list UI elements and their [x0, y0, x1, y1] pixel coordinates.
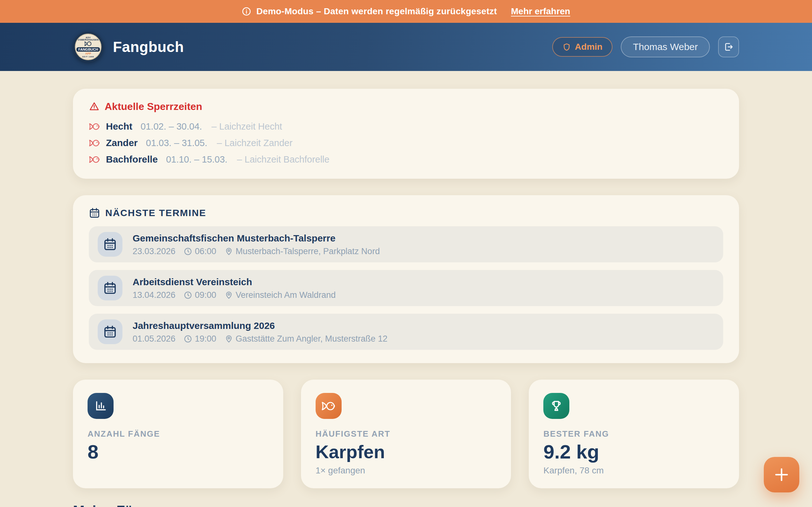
club-logo: ASV OSBERGHAUSEN FANGBUCH APP SEIT 1966 [73, 32, 103, 62]
add-catch-button[interactable] [764, 457, 799, 493]
event-location: Musterbach-Talsperre, Parkplatz Nord [236, 246, 380, 257]
shield-icon [562, 43, 571, 51]
my-catches-title: Meine Fänge [73, 503, 158, 507]
event-time: 09:00 [195, 290, 216, 300]
plus-icon [773, 466, 790, 483]
event-title: Gemeinschaftsfischen Musterbach-Talsperr… [133, 232, 380, 244]
location-pin-icon [224, 335, 233, 343]
logo-since-text: SEIT 1966 [82, 56, 94, 58]
closed-seasons-card: Aktuelle Sperrzeiten Hecht 01.02. – 30.0… [73, 89, 739, 179]
event-location: Gaststätte Zum Angler, Musterstraße 12 [236, 334, 388, 344]
logo-app-text: APP [85, 52, 91, 55]
season-range: 01.02. – 30.04. [141, 120, 202, 132]
event-time: 06:00 [195, 246, 216, 257]
season-note: – Laichzeit Hecht [212, 120, 282, 132]
clock-icon [184, 291, 192, 299]
stat-value: 8 [88, 442, 269, 462]
event-list-item[interactable]: Arbeitsdienst Vereinsteich 13.04.2026 09… [89, 270, 723, 306]
season-row: Zander 01.03. – 31.05. – Laichzeit Zande… [89, 137, 723, 149]
user-name-label: Thomas Weber [633, 42, 698, 52]
fish-icon [89, 139, 100, 147]
app-header: ASV OSBERGHAUSEN FANGBUCH APP SEIT 1966 … [0, 23, 812, 71]
event-calendar-icon [98, 232, 122, 257]
season-species: Zander [106, 137, 138, 149]
stat-card-most-common-species: HÄUFIGSTE ART Karpfen 1× gefangen [301, 380, 511, 488]
logo-fish-icon [84, 41, 93, 47]
season-species: Hecht [106, 120, 132, 132]
event-date: 23.03.2026 [133, 246, 175, 257]
season-note: – Laichzeit Zander [217, 137, 293, 149]
warning-icon [89, 101, 100, 112]
stat-card-best-catch: BESTER FANG 9.2 kg Karpfen, 78 cm [529, 380, 739, 488]
learn-more-link[interactable]: Mehr erfahren [511, 6, 570, 16]
fish-icon [316, 393, 342, 419]
admin-badge[interactable]: Admin [552, 37, 612, 57]
stat-card-total-catches: ANZAHL FÄNGE 8 [73, 380, 283, 488]
stat-subtext: 1× gefangen [316, 465, 497, 475]
event-calendar-icon [98, 276, 122, 300]
event-date: 01.05.2026 [133, 334, 175, 344]
trophy-icon [543, 393, 569, 419]
event-list-item[interactable]: Jahreshauptversammlung 2026 01.05.2026 1… [89, 314, 723, 350]
season-species: Bachforelle [106, 153, 158, 165]
location-pin-icon [224, 247, 233, 256]
fish-icon [89, 122, 100, 131]
logout-icon [723, 42, 734, 52]
event-list-item[interactable]: Gemeinschaftsfischen Musterbach-Talsperr… [89, 226, 723, 262]
event-calendar-icon [98, 320, 122, 344]
page-title: Fangbuch [113, 38, 184, 55]
stat-label: BESTER FANG [543, 429, 724, 439]
demo-banner-text: Demo-Modus – Daten werden regelmäßig zur… [256, 6, 497, 16]
logout-button[interactable] [718, 37, 739, 57]
fish-icon [89, 155, 100, 164]
stat-subtext: Karpfen, 78 cm [543, 465, 724, 475]
clock-icon [184, 247, 192, 256]
event-title: Jahreshauptversammlung 2026 [133, 320, 387, 332]
clock-icon [184, 335, 192, 343]
logo-club-text: ASV OSBERGHAUSEN [75, 37, 101, 41]
bar-chart-icon [88, 393, 113, 419]
season-note: – Laichzeit Bachforelle [237, 153, 329, 165]
logo-name-text: FANGBUCH [77, 47, 100, 52]
info-icon [242, 7, 251, 16]
user-button[interactable]: Thomas Weber [621, 37, 710, 57]
event-time: 19:00 [195, 334, 216, 344]
event-title: Arbeitsdienst Vereinsteich [133, 276, 336, 288]
upcoming-events-card: NÄCHSTE TERMINE Gemeinschaftsfischen Mus… [73, 195, 739, 363]
event-location: Vereinsteich Am Waldrand [236, 290, 336, 300]
closed-seasons-title: Aktuelle Sperrzeiten [105, 101, 202, 112]
season-range: 01.10. – 15.03. [166, 153, 227, 165]
events-section-title: NÄCHSTE TERMINE [105, 208, 206, 218]
event-date: 13.04.2026 [133, 290, 175, 300]
stat-label: ANZAHL FÄNGE [88, 429, 269, 439]
demo-banner: Demo-Modus – Daten werden regelmäßig zur… [0, 0, 812, 23]
season-row: Hecht 01.02. – 30.04. – Laichzeit Hecht [89, 120, 723, 132]
season-range: 01.03. – 31.05. [146, 137, 207, 149]
stat-value: 9.2 kg [543, 442, 724, 462]
stat-label: HÄUFIGSTE ART [316, 429, 497, 439]
admin-badge-label: Admin [575, 42, 602, 52]
calendar-icon [89, 207, 100, 219]
season-row: Bachforelle 01.10. – 15.03. – Laichzeit … [89, 153, 723, 165]
location-pin-icon [224, 291, 233, 299]
stat-value: Karpfen [316, 442, 497, 462]
